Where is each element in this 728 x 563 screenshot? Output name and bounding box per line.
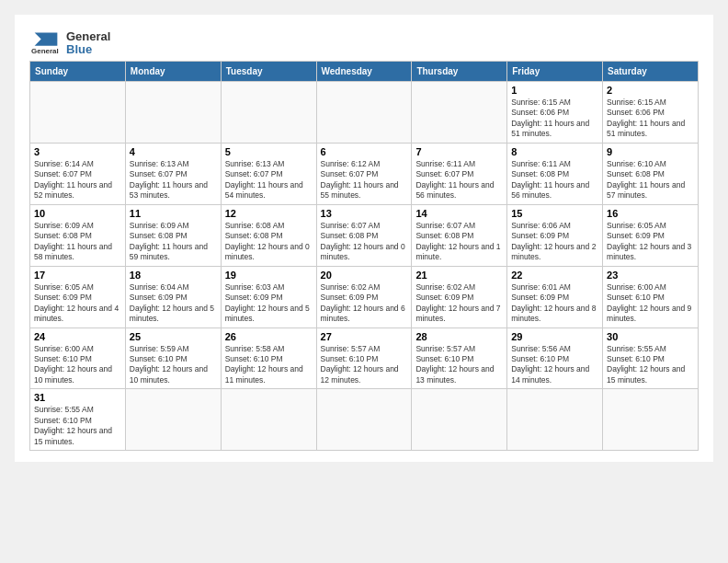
day-cell <box>125 389 221 451</box>
day-number: 5 <box>225 146 313 157</box>
svg-text:General: General <box>31 47 59 55</box>
day-cell <box>412 82 507 144</box>
day-number: 15 <box>511 208 598 219</box>
day-number: 10 <box>34 208 121 219</box>
day-cell: 2Sunrise: 6:15 AM Sunset: 6:06 PM Daylig… <box>603 82 699 144</box>
day-info: Sunrise: 6:07 AM Sunset: 6:08 PM Dayligh… <box>321 221 408 263</box>
day-info: Sunrise: 5:55 AM Sunset: 6:10 PM Dayligh… <box>34 405 121 447</box>
day-header-thursday: Thursday <box>412 62 507 82</box>
day-header-saturday: Saturday <box>603 62 699 82</box>
day-header-wednesday: Wednesday <box>316 62 412 82</box>
day-info: Sunrise: 6:13 AM Sunset: 6:07 PM Dayligh… <box>130 159 217 201</box>
day-cell: 23Sunrise: 6:00 AM Sunset: 6:10 PM Dayli… <box>603 266 699 327</box>
day-cell <box>316 389 412 451</box>
day-cell: 17Sunrise: 6:05 AM Sunset: 6:09 PM Dayli… <box>30 266 126 327</box>
day-number: 9 <box>607 146 694 157</box>
calendar-table: SundayMondayTuesdayWednesdayThursdayFrid… <box>29 61 699 451</box>
day-number: 3 <box>34 146 121 157</box>
day-cell: 4Sunrise: 6:13 AM Sunset: 6:07 PM Daylig… <box>125 143 221 204</box>
day-cell: 28Sunrise: 5:57 AM Sunset: 6:10 PM Dayli… <box>412 327 507 389</box>
day-cell: 22Sunrise: 6:01 AM Sunset: 6:09 PM Dayli… <box>507 266 603 327</box>
day-number: 18 <box>130 270 217 281</box>
day-cell: 24Sunrise: 6:00 AM Sunset: 6:10 PM Dayli… <box>30 327 126 389</box>
day-info: Sunrise: 6:15 AM Sunset: 6:06 PM Dayligh… <box>511 98 598 140</box>
day-cell <box>125 82 221 144</box>
day-number: 21 <box>415 270 503 281</box>
day-cell: 20Sunrise: 6:02 AM Sunset: 6:09 PM Dayli… <box>316 266 412 327</box>
day-number: 6 <box>321 146 408 157</box>
day-cell: 12Sunrise: 6:08 AM Sunset: 6:08 PM Dayli… <box>221 204 316 266</box>
day-number: 11 <box>130 208 217 219</box>
day-number: 8 <box>511 146 598 157</box>
day-cell: 1Sunrise: 6:15 AM Sunset: 6:06 PM Daylig… <box>507 82 603 144</box>
week-row-5: 24Sunrise: 6:00 AM Sunset: 6:10 PM Dayli… <box>30 327 699 389</box>
day-number: 13 <box>321 208 408 219</box>
day-header-friday: Friday <box>507 62 603 82</box>
day-cell: 13Sunrise: 6:07 AM Sunset: 6:08 PM Dayli… <box>316 204 412 266</box>
week-row-1: 1Sunrise: 6:15 AM Sunset: 6:06 PM Daylig… <box>30 82 699 144</box>
day-number: 19 <box>225 270 313 281</box>
day-cell <box>603 389 699 451</box>
day-cell: 14Sunrise: 6:07 AM Sunset: 6:08 PM Dayli… <box>412 204 507 266</box>
day-info: Sunrise: 5:57 AM Sunset: 6:10 PM Dayligh… <box>321 344 408 386</box>
day-number: 17 <box>34 270 121 281</box>
day-info: Sunrise: 6:07 AM Sunset: 6:08 PM Dayligh… <box>415 221 503 263</box>
logo-icon: General Blue <box>29 29 63 57</box>
day-number: 12 <box>225 208 313 219</box>
day-cell: 5Sunrise: 6:13 AM Sunset: 6:07 PM Daylig… <box>221 143 316 204</box>
day-cell: 16Sunrise: 6:05 AM Sunset: 6:09 PM Dayli… <box>603 204 699 266</box>
day-cell: 26Sunrise: 5:58 AM Sunset: 6:10 PM Dayli… <box>221 327 316 389</box>
day-number: 20 <box>321 270 408 281</box>
day-number: 26 <box>225 331 313 342</box>
day-cell <box>221 82 316 144</box>
day-info: Sunrise: 6:12 AM Sunset: 6:07 PM Dayligh… <box>321 159 408 201</box>
day-info: Sunrise: 5:55 AM Sunset: 6:10 PM Dayligh… <box>607 344 694 386</box>
day-cell <box>221 389 316 451</box>
day-info: Sunrise: 6:04 AM Sunset: 6:09 PM Dayligh… <box>130 282 217 325</box>
day-number: 16 <box>607 208 694 219</box>
day-cell: 29Sunrise: 5:56 AM Sunset: 6:10 PM Dayli… <box>507 327 603 389</box>
day-cell: 8Sunrise: 6:11 AM Sunset: 6:08 PM Daylig… <box>507 143 603 204</box>
week-row-4: 17Sunrise: 6:05 AM Sunset: 6:09 PM Dayli… <box>30 266 699 327</box>
day-cell <box>507 389 603 451</box>
day-cell: 21Sunrise: 6:02 AM Sunset: 6:09 PM Dayli… <box>412 266 507 327</box>
day-number: 31 <box>34 392 121 403</box>
day-header-tuesday: Tuesday <box>221 62 316 82</box>
day-cell: 27Sunrise: 5:57 AM Sunset: 6:10 PM Dayli… <box>316 327 412 389</box>
day-info: Sunrise: 5:56 AM Sunset: 6:10 PM Dayligh… <box>511 344 598 386</box>
day-number: 23 <box>607 270 694 281</box>
day-cell: 11Sunrise: 6:09 AM Sunset: 6:08 PM Dayli… <box>125 204 221 266</box>
day-cell: 6Sunrise: 6:12 AM Sunset: 6:07 PM Daylig… <box>316 143 412 204</box>
day-info: Sunrise: 6:02 AM Sunset: 6:09 PM Dayligh… <box>321 282 408 325</box>
day-info: Sunrise: 6:11 AM Sunset: 6:08 PM Dayligh… <box>511 159 598 201</box>
day-info: Sunrise: 6:01 AM Sunset: 6:09 PM Dayligh… <box>511 282 598 325</box>
day-info: Sunrise: 6:06 AM Sunset: 6:09 PM Dayligh… <box>511 221 598 263</box>
svg-text:Blue: Blue <box>31 55 46 57</box>
day-number: 30 <box>607 331 694 342</box>
day-number: 4 <box>130 146 217 157</box>
day-cell: 15Sunrise: 6:06 AM Sunset: 6:09 PM Dayli… <box>507 204 603 266</box>
day-info: Sunrise: 6:15 AM Sunset: 6:06 PM Dayligh… <box>607 98 694 140</box>
calendar-page: General Blue General Blue SundayMondayTu… <box>15 15 713 462</box>
day-info: Sunrise: 6:13 AM Sunset: 6:07 PM Dayligh… <box>225 159 313 201</box>
day-cell: 19Sunrise: 6:03 AM Sunset: 6:09 PM Dayli… <box>221 266 316 327</box>
day-cell: 9Sunrise: 6:10 AM Sunset: 6:08 PM Daylig… <box>603 143 699 204</box>
week-row-6: 31Sunrise: 5:55 AM Sunset: 6:10 PM Dayli… <box>30 389 699 451</box>
day-info: Sunrise: 6:11 AM Sunset: 6:07 PM Dayligh… <box>415 159 503 201</box>
day-cell: 10Sunrise: 6:09 AM Sunset: 6:08 PM Dayli… <box>30 204 126 266</box>
day-info: Sunrise: 6:03 AM Sunset: 6:09 PM Dayligh… <box>225 282 313 325</box>
day-info: Sunrise: 6:08 AM Sunset: 6:08 PM Dayligh… <box>225 221 313 263</box>
day-cell: 30Sunrise: 5:55 AM Sunset: 6:10 PM Dayli… <box>603 327 699 389</box>
day-info: Sunrise: 5:59 AM Sunset: 6:10 PM Dayligh… <box>130 344 217 386</box>
day-cell: 25Sunrise: 5:59 AM Sunset: 6:10 PM Dayli… <box>125 327 221 389</box>
day-number: 27 <box>321 331 408 342</box>
day-info: Sunrise: 6:02 AM Sunset: 6:09 PM Dayligh… <box>415 282 503 325</box>
day-number: 25 <box>130 331 217 342</box>
logo: General Blue General Blue <box>29 29 110 57</box>
day-header-monday: Monday <box>125 62 221 82</box>
day-number: 7 <box>415 146 503 157</box>
day-cell: 31Sunrise: 5:55 AM Sunset: 6:10 PM Dayli… <box>30 389 126 451</box>
week-row-2: 3Sunrise: 6:14 AM Sunset: 6:07 PM Daylig… <box>30 143 699 204</box>
day-number: 1 <box>511 85 598 96</box>
day-cell: 7Sunrise: 6:11 AM Sunset: 6:07 PM Daylig… <box>412 143 507 204</box>
